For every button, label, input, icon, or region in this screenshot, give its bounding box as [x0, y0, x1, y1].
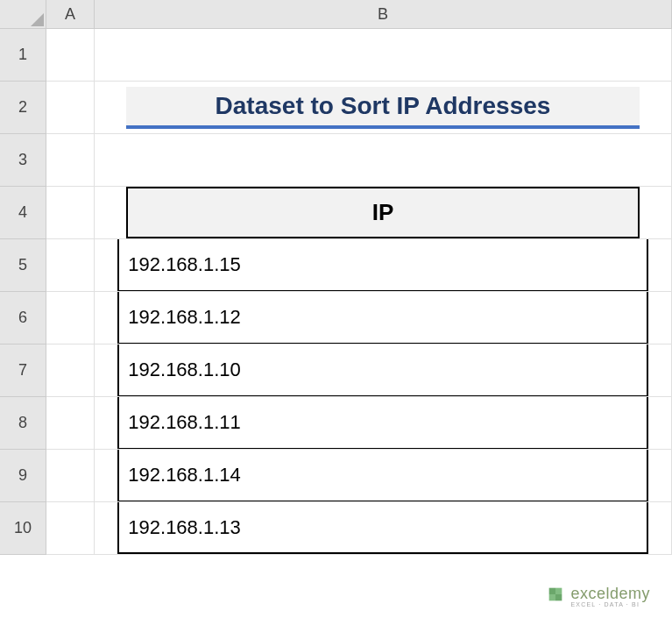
- watermark: exceldemy EXCEL · DATA · BI: [546, 585, 650, 607]
- table-column-header: IP: [126, 187, 640, 238]
- row-header-1[interactable]: 1: [0, 29, 46, 82]
- row-header-3[interactable]: 3: [0, 134, 46, 187]
- cell-b5[interactable]: 192.168.1.15: [95, 239, 672, 292]
- select-all-corner[interactable]: [0, 0, 46, 29]
- cell-a5[interactable]: [46, 239, 95, 292]
- column-header-b[interactable]: B: [95, 0, 672, 29]
- cell-b1[interactable]: [95, 29, 672, 82]
- cell-a4[interactable]: [46, 187, 95, 239]
- cell-a1[interactable]: [46, 29, 95, 82]
- row-header-7[interactable]: 7: [0, 344, 46, 397]
- page-title: Dataset to Sort IP Addresses: [126, 87, 640, 129]
- cell-b2[interactable]: Dataset to Sort IP Addresses: [95, 82, 672, 134]
- cell-b10[interactable]: 192.168.1.13: [95, 502, 672, 555]
- row-header-4[interactable]: 4: [0, 187, 46, 239]
- cell-b3[interactable]: [95, 134, 672, 187]
- table-row: 192.168.1.10: [117, 344, 647, 396]
- row-header-9[interactable]: 9: [0, 450, 46, 502]
- row-header-10[interactable]: 10: [0, 502, 46, 555]
- table-row: 192.168.1.15: [117, 239, 647, 291]
- table-row: 192.168.1.13: [117, 502, 647, 554]
- row-header-5[interactable]: 5: [0, 239, 46, 292]
- watermark-brand: exceldemy: [570, 586, 650, 601]
- cell-a8[interactable]: [46, 397, 95, 450]
- watermark-tagline: EXCEL · DATA · BI: [570, 601, 650, 607]
- cell-a3[interactable]: [46, 134, 95, 187]
- cell-a6[interactable]: [46, 292, 95, 344]
- cell-a10[interactable]: [46, 502, 95, 555]
- cell-a2[interactable]: [46, 82, 95, 134]
- table-row: 192.168.1.11: [117, 397, 647, 449]
- table-row: 192.168.1.14: [117, 450, 647, 501]
- cell-a9[interactable]: [46, 450, 95, 502]
- exceldemy-logo-icon: [546, 585, 565, 607]
- spreadsheet-grid: A B 1 2 Dataset to Sort IP Addresses 3 4…: [0, 0, 672, 555]
- row-header-6[interactable]: 6: [0, 292, 46, 344]
- row-header-8[interactable]: 8: [0, 397, 46, 450]
- cell-a7[interactable]: [46, 344, 95, 397]
- row-header-2[interactable]: 2: [0, 82, 46, 134]
- cell-b7[interactable]: 192.168.1.10: [95, 344, 672, 397]
- table-row: 192.168.1.12: [117, 292, 647, 344]
- cell-b4[interactable]: IP: [95, 187, 672, 239]
- column-header-a[interactable]: A: [46, 0, 95, 29]
- cell-b6[interactable]: 192.168.1.12: [95, 292, 672, 344]
- cell-b9[interactable]: 192.168.1.14: [95, 450, 672, 502]
- watermark-text: exceldemy EXCEL · DATA · BI: [570, 586, 650, 607]
- cell-b8[interactable]: 192.168.1.11: [95, 397, 672, 450]
